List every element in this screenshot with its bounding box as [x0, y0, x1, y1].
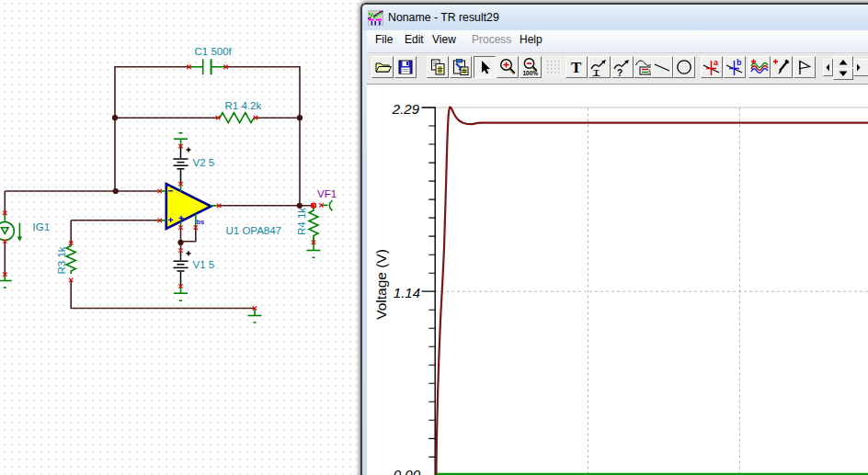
svg-text:V1 5: V1 5 [193, 259, 215, 270]
svg-text:V2 5: V2 5 [193, 157, 215, 168]
svg-text:IG1: IG1 [33, 221, 51, 232]
svg-text:R4 1k: R4 1k [296, 208, 307, 235]
svg-text:R1 4.2k: R1 4.2k [225, 100, 262, 111]
svg-text:b: b [737, 58, 742, 67]
svg-text:bs: bs [197, 218, 205, 226]
svg-text:100%: 100% [523, 70, 539, 76]
svg-text:T: T [571, 59, 582, 76]
svg-text:VF1: VF1 [317, 188, 337, 199]
svg-text:R3 1k: R3 1k [56, 246, 67, 274]
svg-text:U1 OPA847: U1 OPA847 [226, 225, 282, 236]
svg-text:?: ? [617, 68, 622, 78]
svg-text:a: a [714, 58, 719, 67]
svg-text:C1 500f: C1 500f [195, 46, 233, 57]
